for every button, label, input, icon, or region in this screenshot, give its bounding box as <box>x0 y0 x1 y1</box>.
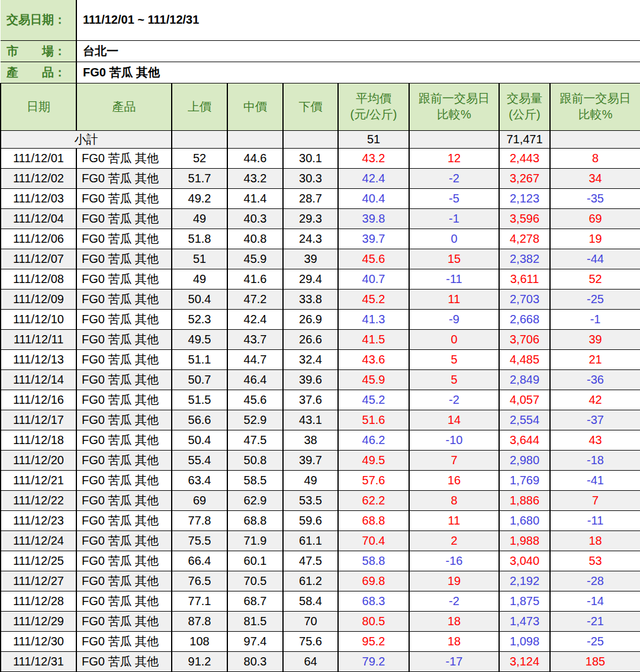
col-header-middle-price: 中價 <box>227 83 283 130</box>
lower-price-cell: 39.7 <box>283 450 338 470</box>
upper-price-cell: 69 <box>172 490 227 510</box>
upper-price-cell: 51.5 <box>172 390 227 410</box>
product-cell: FG0 苦瓜 其他 <box>76 591 172 611</box>
table-row: 111/12/07FG0 苦瓜 其他5145.93945.6152,382-44 <box>1 249 640 269</box>
middle-price-cell: 41.4 <box>227 188 283 208</box>
avg-change-cell: 2 <box>409 530 499 551</box>
avg-change-cell: 16 <box>409 470 499 490</box>
avg-change-cell: -17 <box>409 651 499 671</box>
date-cell: 111/12/03 <box>1 188 76 208</box>
lower-price-cell: 39 <box>283 249 338 269</box>
upper-price-cell: 55.4 <box>172 450 227 470</box>
price-report-table: 交易日期： 111/12/01 ~ 111/12/31 市 場： 台北一 產 品… <box>0 0 640 672</box>
table-row: 111/12/21FG0 苦瓜 其他63.458.54957.6161,769-… <box>1 470 640 490</box>
table-row: 111/12/02FG0 苦瓜 其他51.743.230.342.4-23,26… <box>1 168 640 188</box>
volume-cell: 2,554 <box>499 410 550 430</box>
volume-change-cell: -1 <box>550 309 640 329</box>
product-cell: FG0 苦瓜 其他 <box>76 631 172 651</box>
date-cell: 111/12/14 <box>1 369 76 390</box>
avg-price-cell: 68.8 <box>338 510 409 530</box>
avg-price-cell: 62.2 <box>338 490 409 510</box>
upper-price-cell: 50.4 <box>172 289 227 309</box>
lower-price-cell: 70 <box>283 611 338 631</box>
avg-change-cell: 5 <box>409 349 499 369</box>
avg-change-cell: -2 <box>409 390 499 410</box>
date-cell: 111/12/27 <box>1 571 76 591</box>
volume-cell: 4,485 <box>499 349 550 369</box>
upper-price-cell: 51.7 <box>172 168 227 188</box>
product-cell: FG0 苦瓜 其他 <box>76 571 172 591</box>
volume-change-cell: 52 <box>550 269 640 289</box>
volume-cell: 1,875 <box>499 591 550 611</box>
date-cell: 111/12/23 <box>1 510 76 530</box>
product-cell: FG0 苦瓜 其他 <box>76 551 172 571</box>
upper-price-cell: 77.8 <box>172 510 227 530</box>
avg-change-cell: 0 <box>409 229 499 249</box>
product-cell: FG0 苦瓜 其他 <box>76 611 172 631</box>
volume-change-cell: -14 <box>550 591 640 611</box>
volume-cell: 3,644 <box>499 430 550 450</box>
volume-change-cell: -37 <box>550 410 640 430</box>
lower-price-cell: 24.3 <box>283 229 338 249</box>
volume-change-cell: -41 <box>550 470 640 490</box>
product-cell: FG0 苦瓜 其他 <box>76 490 172 510</box>
avg-price-cell: 80.5 <box>338 611 409 631</box>
avg-price-cell: 45.9 <box>338 369 409 390</box>
volume-cell: 1,769 <box>499 470 550 490</box>
volume-change-cell: -35 <box>550 188 640 208</box>
volume-change-cell: 18 <box>550 530 640 551</box>
lower-price-cell: 61.2 <box>283 571 338 591</box>
volume-change-cell: 42 <box>550 390 640 410</box>
product-row: 產 品： FG0 苦瓜 其他 <box>1 62 640 83</box>
table-row: 111/12/23FG0 苦瓜 其他77.868.859.668.8111,68… <box>1 510 640 530</box>
table-row: 111/12/20FG0 苦瓜 其他55.450.839.749.572,980… <box>1 450 640 470</box>
volume-change-cell: 21 <box>550 349 640 369</box>
volume-change-cell: 34 <box>550 168 640 188</box>
middle-price-cell: 50.8 <box>227 450 283 470</box>
product-cell: FG0 苦瓜 其他 <box>76 510 172 530</box>
subtotal-volume: 71,471 <box>499 130 550 148</box>
upper-price-cell: 75.5 <box>172 530 227 551</box>
avg-price-cell: 45.2 <box>338 390 409 410</box>
lower-price-cell: 43.1 <box>283 410 338 430</box>
avg-price-cell: 40.4 <box>338 188 409 208</box>
product-label: 產 品： <box>1 62 76 83</box>
market-value: 台北一 <box>76 40 640 62</box>
date-cell: 111/12/01 <box>1 148 76 168</box>
table-row: 111/12/24FG0 苦瓜 其他75.571.961.170.421,988… <box>1 530 640 551</box>
lower-price-cell: 29.4 <box>283 269 338 289</box>
avg-price-cell: 49.5 <box>338 450 409 470</box>
volume-change-cell: 8 <box>550 148 640 168</box>
table-row: 111/12/14FG0 苦瓜 其他50.746.439.645.952,849… <box>1 369 640 390</box>
table-row: 111/12/09FG0 苦瓜 其他50.447.233.845.2112,70… <box>1 289 640 309</box>
market-row: 市 場： 台北一 <box>1 40 640 62</box>
subtotal-avg: 51 <box>338 130 409 148</box>
volume-change-cell: 53 <box>550 551 640 571</box>
table-row: 111/12/22FG0 苦瓜 其他6962.953.562.281,8867 <box>1 490 640 510</box>
avg-price-cell: 70.4 <box>338 530 409 551</box>
lower-price-cell: 30.1 <box>283 148 338 168</box>
upper-price-cell: 52 <box>172 148 227 168</box>
middle-price-cell: 43.7 <box>227 329 283 349</box>
volume-cell: 2,382 <box>499 249 550 269</box>
volume-cell: 3,040 <box>499 551 550 571</box>
upper-price-cell: 49 <box>172 208 227 229</box>
subtotal-empty-cell <box>283 130 338 148</box>
avg-change-cell: -16 <box>409 551 499 571</box>
middle-price-cell: 60.1 <box>227 551 283 571</box>
product-cell: FG0 苦瓜 其他 <box>76 229 172 249</box>
middle-price-cell: 47.5 <box>227 430 283 450</box>
avg-price-cell: 45.2 <box>338 289 409 309</box>
lower-price-cell: 26.6 <box>283 329 338 349</box>
date-cell: 111/12/17 <box>1 410 76 430</box>
volume-cell: 4,278 <box>499 229 550 249</box>
lower-price-cell: 58.4 <box>283 591 338 611</box>
lower-price-cell: 75.6 <box>283 631 338 651</box>
avg-price-cell: 41.5 <box>338 329 409 349</box>
avg-change-cell: 0 <box>409 329 499 349</box>
upper-price-cell: 49.2 <box>172 188 227 208</box>
subtotal-empty-cell <box>227 130 283 148</box>
volume-change-cell: 43 <box>550 430 640 450</box>
volume-cell: 1,886 <box>499 490 550 510</box>
avg-change-cell: -2 <box>409 168 499 188</box>
